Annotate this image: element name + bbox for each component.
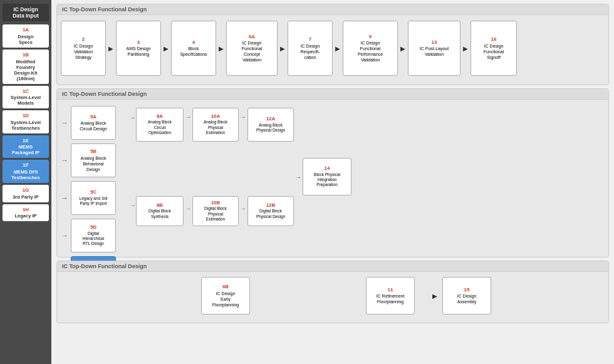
- bot-section-content: 6BIC DesignEarlyFloorplanning 11IC Refin…: [57, 272, 608, 320]
- process-box-5c[interactable]: 5CLegacy and 3rdParty IP Import: [71, 181, 116, 215]
- sidebar-item-1c[interactable]: 1CSystem-LevelModels: [3, 86, 49, 109]
- process-box-12a[interactable]: 12AAnalog BlockPhysical Design: [247, 108, 294, 142]
- process-box-16[interactable]: 16IC DesignFunctionalSignoff: [471, 21, 517, 76]
- arrow-11-15: ▶: [432, 293, 437, 299]
- spacer-b2: [240, 136, 246, 155]
- sidebar-item-1f[interactable]: 1FMEMS DFIITestbenches: [3, 160, 49, 183]
- arrow-5d-8b: →: [130, 202, 136, 209]
- arrow-12-14: →: [295, 174, 301, 180]
- sidebar-item-1a[interactable]: 1ADesignSpecs: [3, 24, 49, 48]
- mid-section-content: → 5AAnalog BlockCircuit Design → 5BAnalo…: [57, 100, 608, 254]
- mid-col-10: 10AAnalog BlockPhysicalEstimation 10BDig…: [192, 103, 239, 250]
- process-box-8b[interactable]: 8BDigital BlockSynthesis: [136, 196, 184, 226]
- sidebar-item-1b[interactable]: 1BModifiedFoundryDesign Kit(180nm): [3, 49, 49, 84]
- arrow-10a-12a: →: [240, 113, 246, 120]
- spacer-12-2: [247, 172, 294, 189]
- arrow-13-16: ▶: [463, 45, 468, 52]
- mid-col-12: 12AAnalog BlockPhysical Design 12BDigita…: [247, 103, 294, 250]
- process-box-10b[interactable]: 10BDigital BlockPhysicalEstimation: [192, 196, 239, 226]
- sidebar: IC DesignData Input 1ADesignSpecs 1BModi…: [0, 0, 51, 364]
- spacer-10-1: [192, 148, 239, 165]
- spacer-mid-3: [136, 233, 184, 246]
- process-box-10a[interactable]: 10AAnalog BlockPhysicalEstimation: [192, 108, 239, 142]
- arrow-7-9: ▶: [335, 45, 340, 52]
- mid-arrows-3: → →: [239, 103, 247, 250]
- mid-col-8: 8AAnalog BlockCircuitOptimization 8BDigi…: [136, 103, 184, 250]
- sidebar-item-1g[interactable]: 1G3rd Party IP: [3, 185, 49, 202]
- mid-arrows-2: → →: [184, 103, 192, 250]
- process-box-13[interactable]: 13IC Post-LayoutValidation: [408, 21, 460, 76]
- sidebar-item-1e[interactable]: 1EMEMSPackaged IP: [3, 135, 49, 159]
- top-section-panel: IC Top-Down Functional Design 2IC Design…: [56, 4, 609, 85]
- spacer-b3: [240, 170, 246, 189]
- main-content: IC Top-Down Functional Design 2IC Design…: [51, 0, 614, 364]
- arrow-to-5b: →: [61, 156, 68, 165]
- row-5b: → 5BAnalog BlockBehavioralDesign: [61, 143, 130, 177]
- spacer-mid-2: [136, 172, 184, 189]
- spacer-5c: [130, 172, 136, 182]
- mid-section-label: IC Top-Down Functional Design: [57, 89, 608, 100]
- arrow-8a-10a: →: [185, 113, 191, 120]
- spacer-12-1: [247, 148, 294, 165]
- arrow-to-5c: →: [61, 194, 68, 202]
- arrow-3-4: ▶: [164, 45, 169, 52]
- process-box-4[interactable]: 4BlockSpecifications: [171, 21, 216, 76]
- process-box-5b[interactable]: 5BAnalog BlockBehavioralDesign: [71, 143, 116, 177]
- top-section-label: IC Top-Down Functional Design: [57, 4, 608, 15]
- spacer-a3: [185, 170, 191, 189]
- mid-section-panel: IC Top-Down Functional Design → 5AAnalog…: [56, 88, 609, 257]
- spacer-5e: [130, 229, 136, 239]
- process-box-12b[interactable]: 12BDigital BlockPhysical Design: [247, 196, 294, 226]
- arrow-5a-8a: →: [130, 114, 136, 121]
- spacer-5b: [130, 142, 136, 152]
- top-section-content: 2IC DesignValidationStrategy ▶ 3AMS Desi…: [57, 15, 608, 81]
- arrow-to-5a: →: [61, 118, 68, 127]
- arrow-2-3: ▶: [108, 45, 113, 52]
- spacer-10-2: [192, 172, 239, 189]
- process-box-8a[interactable]: 8AAnalog BlockCircuitOptimization: [136, 108, 184, 142]
- mid-center-arrows: → →: [130, 103, 136, 250]
- spacer-a4: [185, 227, 191, 240]
- spacer-12-3: [247, 233, 294, 246]
- arrow-4-6a: ▶: [219, 45, 224, 52]
- process-box-11[interactable]: 11IC RefinementFloorplanning: [366, 277, 415, 315]
- process-box-5d[interactable]: 5DDigitalHierarchicalRTL Design: [71, 219, 116, 252]
- bot-section-label: IC Top-Down Functional Design: [57, 261, 608, 272]
- process-box-3[interactable]: 3AMS DesignPartitioning: [116, 21, 161, 76]
- arrow-10b-12b: →: [240, 205, 246, 212]
- spacer-b4: [240, 227, 246, 240]
- arrow-to-5d: →: [61, 231, 68, 240]
- process-box-6a[interactable]: 6AIC DesignFunctionalConceptValidation: [226, 21, 278, 76]
- sidebar-item-1h[interactable]: 1HLegacy IP: [3, 204, 49, 222]
- arrow-6a-7: ▶: [280, 45, 285, 52]
- arrow-9-13: ▶: [400, 45, 405, 52]
- row-5c: → 5CLegacy and 3rdParty IP Import: [61, 181, 130, 215]
- spacer-a2: [185, 136, 191, 155]
- arrow-8b-10b: →: [185, 205, 191, 212]
- bot-section-panel: IC Top-Down Functional Design 6BIC Desig…: [56, 261, 609, 323]
- spacer-mid-1: [136, 148, 184, 165]
- spacer-10-3: [192, 233, 239, 246]
- mid-left-column: → 5AAnalog BlockCircuit Design → 5BAnalo…: [61, 103, 130, 250]
- sidebar-title: IC DesignData Input: [3, 4, 49, 21]
- process-box-9[interactable]: 9IC DesignFunctionalPerformanceValidatio…: [343, 21, 398, 76]
- process-box-6b[interactable]: 6BIC DesignEarlyFloorplanning: [201, 277, 250, 315]
- mid-arrows-4: →: [294, 103, 303, 250]
- sidebar-item-1d[interactable]: 1DSystem-LevelTestbenches: [3, 110, 49, 133]
- process-box-15[interactable]: 15IC DesignAssembly: [442, 277, 491, 315]
- row-5a: → 5AAnalog BlockCircuit Design: [61, 106, 130, 140]
- process-box-7[interactable]: 7IC DesignRespecifi-cation: [288, 21, 333, 76]
- process-box-5a[interactable]: 5AAnalog BlockCircuit Design: [71, 106, 116, 140]
- process-box-14[interactable]: 14Block PhysicalIntegrationPreparation: [303, 158, 351, 195]
- row-5d: → 5DDigitalHierarchicalRTL Design: [61, 219, 130, 252]
- process-box-2[interactable]: 2IC DesignValidationStrategy: [61, 21, 106, 76]
